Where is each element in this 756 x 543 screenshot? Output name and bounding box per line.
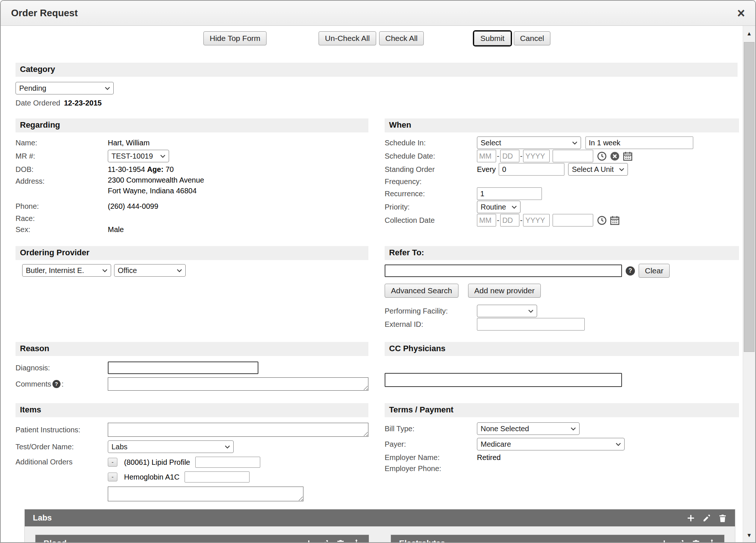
add-icon[interactable] [305, 539, 313, 543]
reason-header: Reason [16, 342, 368, 356]
schedule-date-mm-input[interactable] [477, 150, 496, 162]
window-title: Order Request [11, 7, 78, 19]
order-value-input[interactable] [185, 471, 250, 483]
external-id-label: External ID: [385, 320, 477, 329]
chevron-down-icon [572, 141, 577, 145]
when-section-header: When [385, 118, 739, 132]
dob-label: DOB: [16, 165, 108, 174]
check-all-button[interactable]: Check All [379, 31, 424, 45]
test-order-select[interactable]: Labs [108, 440, 234, 453]
comments-label: Comments ? : [16, 380, 108, 388]
edit-icon[interactable] [320, 539, 329, 543]
toolbar: Hide Top Form Un-Check All Check All Sub… [16, 29, 738, 48]
remove-order-button[interactable]: - [108, 473, 117, 481]
move-icon[interactable] [708, 539, 716, 543]
add-icon[interactable] [660, 539, 669, 543]
recurrence-input[interactable] [477, 187, 542, 200]
help-icon[interactable]: ? [626, 266, 635, 276]
phone-value: (260) 444-0099 [108, 202, 158, 211]
cc-physicians-section: CC Physicians [385, 342, 739, 392]
schedule-date-dd-input[interactable] [500, 150, 519, 162]
cancel-button[interactable]: Cancel [514, 31, 550, 45]
order-value-input[interactable] [195, 457, 260, 468]
clear-button[interactable]: Clear [639, 264, 670, 278]
clock-icon[interactable] [597, 151, 607, 161]
frequency-label: Frequency: [385, 177, 477, 186]
move-icon[interactable] [352, 539, 361, 543]
lab-group-blood: Blood ANA [35, 535, 369, 542]
titlebar: Order Request × [1, 1, 755, 26]
calendar-icon[interactable] [610, 215, 620, 225]
edit-icon[interactable] [702, 514, 711, 522]
scroll-down-icon[interactable]: ▼ [743, 528, 755, 542]
schedule-date-label: Schedule Date: [385, 152, 477, 160]
ordering-provider-section: Ordering Provider Butler, Internist E. O… [16, 246, 368, 331]
collection-date-mm-input[interactable] [477, 214, 496, 226]
scrollbar-thumb[interactable] [744, 42, 755, 352]
dob-value: 11-30-1954 Age: 70 [108, 165, 174, 174]
diagnosis-input[interactable] [108, 362, 258, 374]
clear-date-icon[interactable] [610, 151, 620, 161]
labs-panel-body: Blood ANA [25, 526, 735, 542]
terms-payment-section: Terms / Payment Bill Type: None Selected… [385, 403, 739, 503]
collection-time-input[interactable] [553, 214, 593, 226]
performing-facility-select[interactable] [477, 305, 537, 317]
chevron-down-icon [616, 443, 621, 446]
help-icon[interactable]: ? [52, 380, 61, 388]
calendar-icon[interactable] [623, 151, 633, 161]
standing-order-label: Standing Order [385, 165, 477, 174]
address-value: 2300 Commonwealth Avenue Fort Wayne, Ind… [108, 176, 204, 195]
provider-location-select[interactable]: Office [114, 264, 186, 277]
advanced-search-button[interactable]: Advanced Search [385, 284, 458, 298]
add-new-provider-button[interactable]: Add new provider [468, 284, 541, 298]
mr-label: MR #: [16, 152, 108, 160]
category-select[interactable]: Pending [16, 82, 114, 94]
additional-orders-textarea[interactable] [108, 487, 303, 501]
labs-panel-title: Labs [33, 513, 52, 523]
additional-order-row: - (80061) Lipid Profile [108, 455, 303, 470]
lab-group-header: Electrolytes [391, 535, 724, 542]
collection-date-yyyy-input[interactable] [523, 214, 550, 226]
lab-group-electrolytes: Electrolytes Chloride [391, 535, 725, 542]
payer-select[interactable]: Medicare [477, 438, 625, 450]
collection-date-dd-input[interactable] [500, 214, 519, 226]
delete-icon[interactable] [692, 539, 700, 543]
delete-icon[interactable] [718, 514, 727, 522]
uncheck-all-button[interactable]: Un-Check All [319, 31, 376, 45]
hide-top-form-button[interactable]: Hide Top Form [203, 31, 267, 45]
order-name: (80061) Lipid Profile [124, 458, 190, 467]
items-section: Items Patient Instructions: Test/Order N… [16, 403, 368, 503]
standing-order-unit-select[interactable]: Select A Unit [568, 163, 628, 176]
delete-icon[interactable] [336, 539, 345, 543]
refer-to-input[interactable] [385, 264, 622, 277]
chevron-down-icon [102, 269, 107, 272]
add-icon[interactable] [687, 514, 695, 522]
vertical-scrollbar[interactable]: ▲ ▼ [743, 26, 755, 542]
close-icon[interactable]: × [737, 7, 745, 20]
when-section: When Schedule In: Select Schedule Date: [385, 118, 739, 235]
schedule-date-yyyy-input[interactable] [523, 150, 550, 162]
mr-number-select[interactable]: TEST-10019 [108, 150, 169, 162]
provider-select[interactable]: Butler, Internist E. [22, 264, 111, 277]
category-select-value: Pending [19, 84, 102, 93]
every-label: Every [477, 165, 496, 174]
external-id-input[interactable] [477, 318, 585, 331]
phone-label: Phone: [16, 202, 108, 211]
schedule-in-select[interactable]: Select [477, 136, 581, 149]
scroll-up-icon[interactable]: ▲ [743, 26, 755, 41]
standing-order-every-input[interactable] [499, 163, 564, 176]
submit-button[interactable]: Submit [474, 31, 511, 45]
schedule-time-input[interactable] [553, 150, 593, 162]
comments-textarea[interactable] [108, 377, 368, 391]
cc-physicians-input[interactable] [385, 373, 622, 387]
schedule-in-text-input[interactable] [585, 136, 693, 149]
terms-payment-header: Terms / Payment [385, 403, 739, 417]
age-label: Age: [147, 165, 163, 173]
patient-instructions-textarea[interactable] [108, 423, 368, 437]
remove-order-button[interactable]: - [108, 458, 117, 467]
clock-icon[interactable] [597, 215, 607, 225]
age-value: 70 [165, 165, 173, 173]
edit-icon[interactable] [676, 539, 684, 543]
priority-select[interactable]: Routine [477, 201, 520, 213]
bill-type-select[interactable]: None Selected [477, 422, 580, 435]
